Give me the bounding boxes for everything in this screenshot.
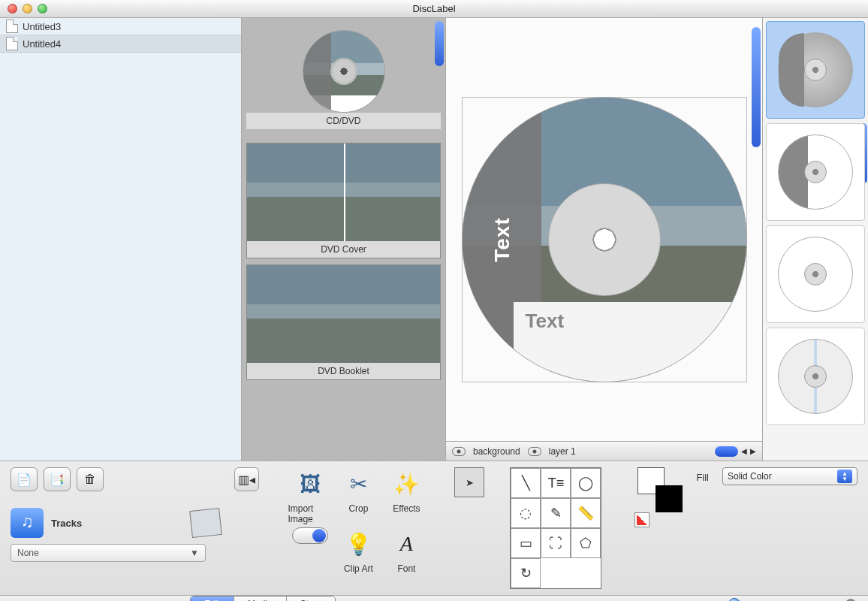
tab-media[interactable]: Media [234, 596, 287, 601]
rotate-tool[interactable]: ↻ [511, 558, 541, 588]
document-row[interactable]: Untitled4 [0, 35, 241, 53]
gallery-item[interactable] [766, 123, 865, 221]
template-cd-dvd[interactable]: + ✕ CD/DVD [246, 23, 441, 137]
zoom-knob[interactable] [728, 598, 740, 601]
layer-name[interactable]: layer 1 [549, 446, 576, 457]
visibility-toggle-icon[interactable] [452, 447, 466, 456]
document-list: Untitled3 Untitled4 [0, 18, 242, 461]
text-tool[interactable]: T≡ [541, 468, 571, 498]
window-title: DiscLabel [0, 3, 868, 14]
prev-layer-button[interactable]: ◀ [741, 447, 747, 455]
mode-tabs: Edit Media Store [190, 596, 336, 601]
disc-hub [548, 183, 661, 296]
line-tool[interactable]: ╲ [511, 468, 541, 498]
duplicate-document-button[interactable]: 📑 [44, 467, 71, 491]
arc-tool[interactable]: ◌ [511, 498, 541, 528]
layer-name[interactable]: background [473, 446, 520, 457]
template-label: DVD Cover [247, 241, 440, 258]
shape-tool-palette: ╲ T≡ ◯ ◌ ✎ 📏 ▭ ⛶ ⬠ ↻ [510, 467, 601, 589]
gallery-item[interactable] [766, 21, 865, 119]
font-button[interactable]: AFont [384, 527, 429, 574]
toggle-switch[interactable] [288, 527, 333, 574]
effects-button[interactable]: ✨Effects [384, 467, 429, 524]
pencil-tool[interactable]: ✎ [541, 498, 571, 528]
tracks-source-select[interactable]: None▼ [11, 544, 206, 562]
document-row[interactable]: Untitled3 [0, 18, 241, 35]
element-templates-panel: + ✕ CD/DVD + ✕ DVD Cover + ✕ DVD Booklet [242, 18, 446, 461]
selection-tool[interactable]: ➤ [454, 467, 484, 497]
design-gallery [763, 18, 868, 461]
visibility-toggle-icon[interactable] [528, 447, 541, 456]
next-layer-button[interactable]: ▶ [750, 447, 756, 455]
measure-tool[interactable]: 📏 [571, 498, 601, 528]
tracks-list-icon[interactable] [189, 508, 222, 538]
clipart-button[interactable]: 💡Clip Art [336, 527, 381, 574]
tracks-label: Tracks [51, 518, 82, 529]
document-name: Untitled3 [23, 21, 61, 32]
document-name: Untitled4 [23, 38, 61, 50]
rect-tool[interactable]: ▭ [511, 528, 541, 558]
transform-tool[interactable]: ⛶ [541, 528, 571, 558]
template-label: DVD Booklet [247, 363, 440, 379]
template-label: CD/DVD [246, 113, 441, 129]
color-swatches[interactable] [637, 467, 683, 512]
tab-store[interactable]: Store [287, 596, 336, 601]
titlebar: DiscLabel [0, 0, 868, 18]
fill-label: Fill [696, 472, 709, 483]
tab-edit[interactable]: Edit [191, 596, 234, 601]
import-image-button[interactable]: 🖼Import Image [288, 467, 333, 524]
ellipse-tool[interactable]: ◯ [571, 468, 601, 498]
gallery-item[interactable] [766, 328, 865, 425]
crop-button[interactable]: ✂Crop [336, 467, 381, 524]
template-dvd-booklet[interactable]: + ✕ DVD Booklet [246, 264, 441, 380]
delete-document-button[interactable]: 🗑 [77, 467, 104, 491]
template-dvd-cover[interactable]: + ✕ DVD Cover [246, 143, 441, 258]
itunes-icon [11, 508, 44, 538]
polygon-tool[interactable]: ⬠ [571, 528, 601, 558]
reset-colors-button[interactable] [634, 512, 649, 527]
design-canvas[interactable]: Text Text background layer 1 ◀ ▶ [446, 18, 763, 461]
gallery-item[interactable] [766, 225, 865, 323]
document-icon [6, 20, 18, 33]
document-icon [6, 37, 18, 50]
fill-mode-select[interactable]: Solid Color ▲▼ [722, 467, 857, 485]
layer-bar: background layer 1 ◀ ▶ [446, 441, 762, 461]
layer-indicator[interactable] [715, 446, 738, 457]
view-mode-toggle[interactable]: ▥◂ [234, 467, 259, 491]
bottom-toolbar: 📄 📑 🗑 Tracks None▼ ▥◂ 🖼Import [0, 461, 868, 601]
disc-preview[interactable]: Text Text [462, 97, 747, 382]
scrollbar[interactable] [752, 27, 761, 147]
new-document-button[interactable]: 📄 [11, 467, 38, 491]
background-swatch[interactable] [656, 485, 683, 512]
